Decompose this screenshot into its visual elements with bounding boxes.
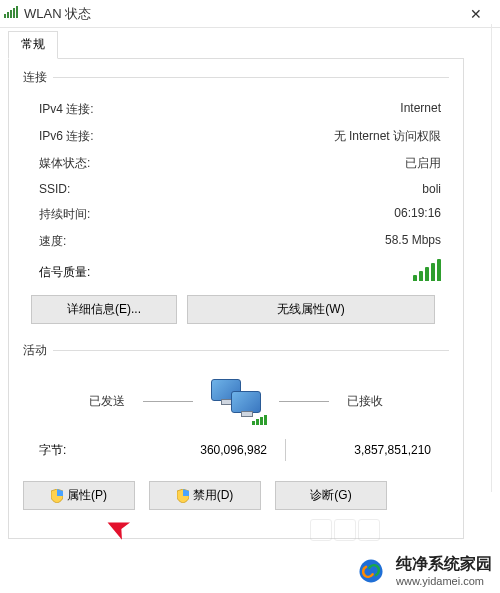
diagnose-button-label: 诊断(G) [310,487,351,504]
row-duration: 持续时间: 06:19:16 [23,201,449,228]
bytes-row: 字节: 360,096,982 3,857,851,210 [23,429,449,475]
value-ipv6: 无 Internet 访问权限 [334,128,441,145]
sent-label: 已发送 [89,393,125,410]
wireless-properties-button[interactable]: 无线属性(W) [187,295,435,324]
connection-buttons: 详细信息(E)... 无线属性(W) [23,289,449,328]
watermark: 纯净系统家园 www.yidamei.com [354,554,492,587]
label-media: 媒体状态: [39,155,90,172]
row-signal: 信号质量: [23,255,449,289]
window-title: WLAN 状态 [24,5,456,23]
tab-strip: 常规 [8,30,472,58]
label-speed: 速度: [39,233,66,250]
diagnose-button[interactable]: 诊断(G) [275,481,387,510]
watermark-title: 纯净系统家园 [396,554,492,575]
svg-rect-4 [16,6,18,18]
label-signal: 信号质量: [39,264,90,281]
details-button[interactable]: 详细信息(E)... [31,295,177,324]
tab-general[interactable]: 常规 [8,31,58,59]
titlebar: WLAN 状态 ✕ [0,0,500,28]
signal-bars-icon [413,259,441,281]
value-ssid: boli [422,182,441,196]
close-button[interactable]: ✕ [456,6,496,22]
tab-panel: 连接 IPv4 连接: Internet IPv6 连接: 无 Internet… [8,58,464,539]
dialog-body: 常规 连接 IPv4 连接: Internet IPv6 连接: 无 Inter… [0,30,472,539]
bytes-label: 字节: [39,442,129,459]
connection-legend: 连接 [23,69,53,86]
properties-button-label: 属性(P) [67,487,107,504]
decorative-rule [491,24,492,492]
svg-rect-0 [4,14,6,18]
watermark-url: www.yidamei.com [396,575,492,587]
label-ipv6: IPv6 连接: [39,128,94,145]
wifi-icon [4,6,18,21]
line-icon [143,401,193,402]
connection-group: 连接 IPv4 连接: Internet IPv6 连接: 无 Internet… [23,69,449,334]
activity-group: 活动 已发送 已接收 字节: 360,096,982 3,857,851,210 [23,342,449,516]
activity-buttons: 属性(P) 禁用(D) 诊断(G) [23,475,449,510]
label-duration: 持续时间: [39,206,90,223]
row-speed: 速度: 58.5 Mbps [23,228,449,255]
shield-icon [177,489,189,503]
svg-rect-1 [7,12,9,18]
separator-icon [285,439,286,461]
activity-diagram: 已发送 已接收 [23,369,449,429]
watermark-bar: 纯净系统家园 www.yidamei.com [0,543,500,593]
row-ipv6: IPv6 连接: 无 Internet 访问权限 [23,123,449,150]
svg-rect-3 [13,8,15,18]
received-label: 已接收 [347,393,383,410]
network-monitors-icon [211,379,261,423]
bytes-sent: 360,096,982 [129,443,277,457]
value-media: 已启用 [405,155,441,172]
row-media: 媒体状态: 已启用 [23,150,449,177]
value-duration: 06:19:16 [394,206,441,223]
label-ipv4: IPv4 连接: [39,101,94,118]
disable-button-label: 禁用(D) [193,487,234,504]
shield-icon [51,489,63,503]
properties-button[interactable]: 属性(P) [23,481,135,510]
row-ipv4: IPv4 连接: Internet [23,96,449,123]
value-ipv4: Internet [400,101,441,118]
watermark-faint-icons [310,519,380,541]
row-ssid: SSID: boli [23,177,449,201]
bytes-received: 3,857,851,210 [293,443,441,457]
line-icon [279,401,329,402]
label-ssid: SSID: [39,182,70,196]
activity-legend: 活动 [23,342,53,359]
svg-rect-2 [10,10,12,18]
watermark-logo-icon [354,557,388,585]
value-speed: 58.5 Mbps [385,233,441,250]
disable-button[interactable]: 禁用(D) [149,481,261,510]
